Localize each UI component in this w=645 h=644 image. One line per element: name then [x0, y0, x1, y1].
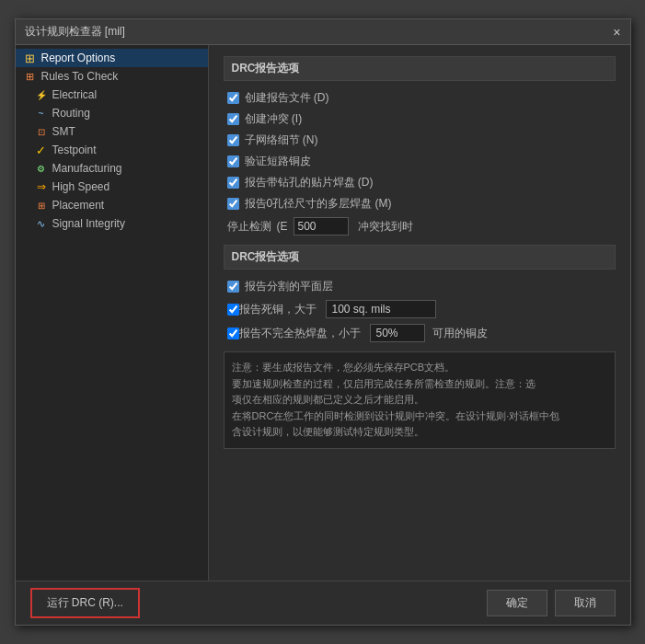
- stop-detection-row: 停止检测 (E 冲突找到时: [224, 217, 616, 236]
- checkbox-label-cb9[interactable]: 报告不完全热焊盘，小于: [227, 326, 361, 341]
- checkbox-cb1[interactable]: [227, 92, 239, 104]
- sidebar-item-label: Rules To Check: [41, 70, 119, 83]
- dead-copper-input[interactable]: [326, 300, 436, 318]
- note-box: 注意：要生成报告文件，您必须先保存PCB文档。 要加速规则检查的过程，仅启用完成…: [224, 351, 616, 449]
- electrical-icon: ⚡: [34, 87, 49, 102]
- checkbox-text-cb5: 报告带钻孔的贴片焊盘 (D): [245, 175, 374, 190]
- sidebar-item-label: Report Options: [41, 52, 116, 64]
- checkbox-cb3[interactable]: [227, 134, 239, 146]
- ok-button[interactable]: 确定: [487, 590, 547, 616]
- close-button[interactable]: ×: [613, 26, 620, 39]
- checkbox-cb8[interactable]: [227, 304, 239, 316]
- testpoint-icon: ✓: [34, 143, 49, 157]
- checkbox-label-cb3[interactable]: 子网络细节 (N): [227, 132, 318, 148]
- sidebar-item-routing[interactable]: ~ Routing: [16, 104, 208, 122]
- checkbox-label-cb7[interactable]: 报告分割的平面层: [227, 279, 333, 294]
- checkbox-label-cb6[interactable]: 报告0孔径尺寸的多层焊盘 (M): [227, 196, 392, 212]
- sidebar-item-label: High Speed: [52, 180, 110, 193]
- option-row-cb9: 报告不完全热焊盘，小于 可用的铜皮: [224, 324, 616, 342]
- dialog-title: 设计规则检查器 [mil]: [25, 24, 125, 40]
- title-bar: 设计规则检查器 [mil] ×: [16, 19, 630, 45]
- stop-value-input[interactable]: [294, 217, 349, 236]
- sidebar-item-high-speed[interactable]: ⇒ High Speed: [16, 178, 208, 196]
- checkbox-text-cb7: 报告分割的平面层: [245, 279, 333, 294]
- option-row-cb7: 报告分割的平面层: [224, 279, 616, 294]
- sidebar-item-label: Electrical: [52, 88, 98, 101]
- avail-label: 可用的铜皮: [432, 326, 488, 341]
- sidebar-item-rules-to-check[interactable]: ⊞ Rules To Check: [16, 67, 208, 86]
- checkbox-cb4[interactable]: [227, 155, 239, 167]
- smt-icon: ⊡: [34, 124, 49, 139]
- checkbox-cb5[interactable]: [227, 177, 239, 189]
- option-row-cb3: 子网络细节 (N): [224, 132, 616, 148]
- option-row-cb5: 报告带钻孔的贴片焊盘 (D): [224, 175, 616, 190]
- manufacturing-icon: ⚙: [34, 161, 49, 176]
- sidebar-item-label: Signal Integrity: [52, 217, 125, 230]
- option-row-cb8: 报告死铜，大于: [224, 300, 616, 318]
- checkbox-text-cb3: 子网络细节 (N): [245, 132, 318, 148]
- sidebar-item-testpoint[interactable]: ✓ Testpoint: [16, 141, 208, 159]
- checkbox-label-cb8[interactable]: 报告死铜，大于: [227, 302, 317, 317]
- left-panel: ⊞ Report Options ⊞ Rules To Check ⚡ Elec…: [16, 45, 209, 581]
- checkbox-text-cb4: 验证短路铜皮: [245, 154, 311, 169]
- checkbox-text-cb8: 报告死铜，大于: [239, 302, 317, 317]
- cancel-button[interactable]: 取消: [555, 590, 616, 616]
- note-text: 注意：要生成报告文件，您必须先保存PCB文档。 要加速规则检查的过程，仅启用完成…: [232, 362, 560, 437]
- checkbox-label-cb4[interactable]: 验证短路铜皮: [227, 154, 311, 169]
- sidebar-item-smt[interactable]: ⊡ SMT: [16, 122, 208, 141]
- option-row-cb2: 创建冲突 (I): [224, 111, 616, 127]
- checkbox-label-cb2[interactable]: 创建冲突 (I): [227, 111, 303, 127]
- dialog-footer: 运行 DRC (R)... 确定 取消: [16, 581, 630, 625]
- option-row-cb1: 创建报告文件 (D): [224, 90, 616, 106]
- sidebar-item-label: Routing: [52, 107, 90, 120]
- checkbox-text-cb1: 创建报告文件 (D): [245, 90, 329, 106]
- checkbox-text-cb2: 创建冲突 (I): [245, 111, 303, 127]
- placement-icon: ⊞: [34, 198, 49, 213]
- grid-icon: ⊞: [23, 51, 38, 65]
- sidebar-item-placement[interactable]: ⊞ Placement: [16, 196, 208, 214]
- footer-right-buttons: 确定 取消: [487, 590, 616, 616]
- rules-icon: ⊞: [23, 69, 38, 84]
- checkbox-text-cb9: 报告不完全热焊盘，小于: [239, 326, 361, 341]
- section1-header: DRC报告选项: [224, 56, 616, 81]
- signal-icon: ∿: [34, 216, 49, 231]
- sidebar-item-label: Testpoint: [52, 144, 97, 156]
- highspeed-icon: ⇒: [34, 179, 49, 194]
- sidebar-item-signal-integrity[interactable]: ∿ Signal Integrity: [16, 214, 208, 233]
- checkbox-cb2[interactable]: [227, 113, 239, 125]
- checkbox-text-cb6: 报告0孔径尺寸的多层焊盘 (M): [245, 196, 392, 212]
- checkbox-label-cb1[interactable]: 创建报告文件 (D): [227, 90, 329, 106]
- sidebar-item-label: Manufacturing: [52, 162, 122, 175]
- stop-label: 停止检测: [227, 219, 271, 235]
- sidebar-item-label: SMT: [52, 125, 75, 138]
- sidebar-item-report-options[interactable]: ⊞ Report Options: [16, 49, 208, 67]
- sidebar-item-manufacturing[interactable]: ⚙ Manufacturing: [16, 159, 208, 178]
- stop-prefix: (E: [277, 220, 288, 233]
- percent-input[interactable]: [370, 324, 425, 342]
- checkbox-cb9[interactable]: [227, 328, 239, 339]
- section2-header: DRC报告选项: [224, 245, 616, 270]
- option-row-cb4: 验证短路铜皮: [224, 154, 616, 169]
- checkbox-cb6[interactable]: [227, 198, 239, 210]
- dialog-body: ⊞ Report Options ⊞ Rules To Check ⚡ Elec…: [16, 45, 630, 581]
- run-drc-button[interactable]: 运行 DRC (R)...: [30, 588, 140, 618]
- routing-icon: ~: [34, 106, 49, 121]
- checkbox-label-cb5[interactable]: 报告带钻孔的贴片焊盘 (D): [227, 175, 374, 190]
- checkbox-cb7[interactable]: [227, 281, 239, 293]
- sidebar-item-label: Placement: [52, 199, 105, 212]
- stop-suffix: 冲突找到时: [358, 219, 413, 235]
- option-row-cb6: 报告0孔径尺寸的多层焊盘 (M): [224, 196, 616, 212]
- dialog: 设计规则检查器 [mil] × ⊞ Report Options ⊞ Rules…: [15, 18, 631, 626]
- sidebar-item-electrical[interactable]: ⚡ Electrical: [16, 86, 208, 104]
- right-panel: DRC报告选项 创建报告文件 (D) 创建冲突 (I) 子网络细节 (N): [209, 45, 630, 581]
